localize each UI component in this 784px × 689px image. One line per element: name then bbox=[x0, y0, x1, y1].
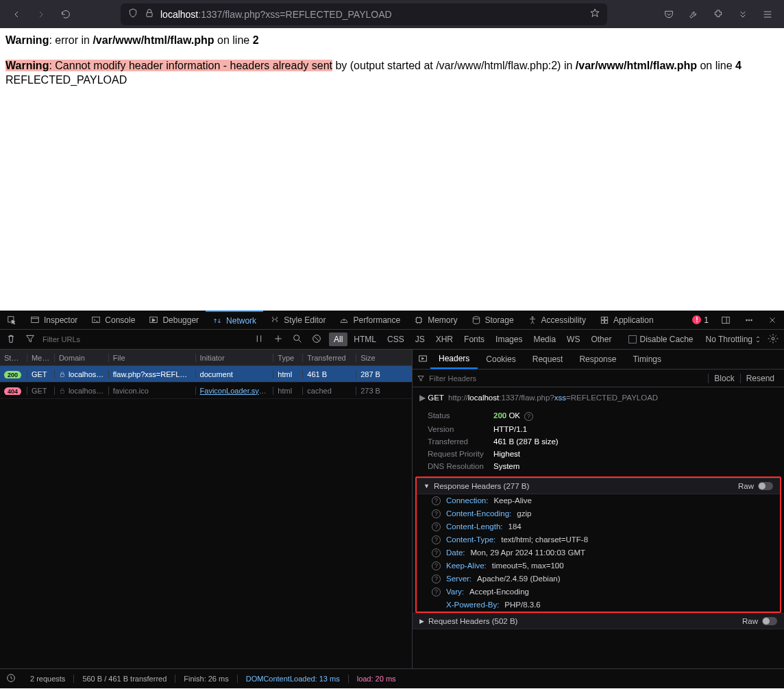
disable-cache-checkbox[interactable]: Disable Cache bbox=[628, 335, 693, 344]
table-header[interactable]: StatusMe… DomainFile InitiatorType Trans… bbox=[0, 350, 412, 366]
pocket-icon[interactable] bbox=[658, 3, 680, 25]
details-toggle-icon[interactable] bbox=[415, 353, 430, 366]
back-button[interactable] bbox=[5, 3, 27, 25]
filter-fonts[interactable]: Fonts bbox=[459, 333, 489, 346]
tab-style-editor[interactable]: Style Editor bbox=[263, 311, 332, 329]
load-time: load: 20 ms bbox=[349, 675, 404, 683]
response-header-row: ?Content-Type: text/html; charset=UTF-8 bbox=[417, 533, 780, 546]
svg-rect-19 bbox=[60, 374, 64, 376]
response-header-row: ?Content-Length: 184 bbox=[417, 520, 780, 533]
filter-headers-input[interactable] bbox=[429, 374, 708, 383]
filter-funnel-icon[interactable] bbox=[23, 333, 37, 346]
extensions-icon[interactable] bbox=[707, 3, 729, 25]
svg-rect-2 bbox=[32, 317, 39, 322]
add-button[interactable] bbox=[271, 333, 285, 346]
response-header-row: ?Content-Encoding: gzip bbox=[417, 507, 780, 520]
response-header-row: ?Vary: Accept-Encoding bbox=[417, 585, 780, 599]
filter-url-input[interactable] bbox=[42, 335, 137, 343]
filter-media[interactable]: Media bbox=[528, 333, 561, 346]
header-filter-row: BlockResend bbox=[413, 370, 784, 387]
devtools: Inspector Console Debugger Network Style… bbox=[0, 311, 784, 688]
request-headers-section[interactable]: ▶Request Headers (502 B) Raw bbox=[413, 613, 784, 629]
tab-inspector[interactable]: Inspector bbox=[23, 311, 84, 329]
block-button[interactable]: Block bbox=[708, 374, 739, 383]
response-header-row: ?Server: Apache/2.4.59 (Debian) bbox=[417, 572, 780, 585]
svg-rect-3 bbox=[93, 317, 100, 322]
pick-element-button[interactable] bbox=[0, 311, 23, 329]
filter-all[interactable]: All bbox=[329, 333, 347, 346]
status-bar: 2 requests 560 B / 461 B transferred Fin… bbox=[0, 668, 784, 688]
details-tab-headers[interactable]: Headers bbox=[430, 350, 478, 369]
svg-rect-20 bbox=[60, 390, 64, 393]
svg-rect-0 bbox=[147, 12, 152, 16]
clear-button[interactable] bbox=[4, 333, 18, 346]
tab-debugger[interactable]: Debugger bbox=[142, 311, 206, 329]
transferred-size: 560 B / 461 B transferred bbox=[74, 675, 175, 683]
raw-toggle[interactable] bbox=[758, 482, 773, 490]
resend-button[interactable]: Resend bbox=[740, 374, 780, 383]
tracking-shield-icon[interactable] bbox=[127, 8, 138, 21]
url-bar[interactable]: localhost:1337/flaw.php?xss=REFLECTED_PA… bbox=[121, 3, 607, 25]
svg-point-7 bbox=[531, 316, 532, 317]
perf-icon[interactable] bbox=[0, 673, 22, 685]
svg-point-6 bbox=[473, 316, 479, 319]
filter-other[interactable]: Other bbox=[586, 333, 616, 346]
request-table: StatusMe… DomainFile InitiatorType Trans… bbox=[0, 350, 413, 668]
pause-button[interactable] bbox=[252, 333, 266, 346]
svg-rect-10 bbox=[601, 320, 604, 323]
browser-toolbar: localhost:1337/flaw.php?xss=REFLECTED_PA… bbox=[0, 0, 784, 28]
tab-application[interactable]: Application bbox=[593, 311, 661, 329]
devtools-more-icon[interactable] bbox=[737, 311, 761, 329]
table-row[interactable]: 200 GET localhos… flaw.php?xss=REFLECTE … bbox=[0, 366, 412, 383]
details-tab-request[interactable]: Request bbox=[524, 350, 572, 369]
url-text: localhost:1337/flaw.php?xss=REFLECTED_PA… bbox=[160, 9, 392, 20]
tab-console[interactable]: Console bbox=[84, 311, 142, 329]
tab-accessibility[interactable]: Accessibility bbox=[521, 311, 593, 329]
dock-side-button[interactable] bbox=[714, 311, 737, 329]
response-headers-section[interactable]: ▼Response Headers (277 B) Raw bbox=[417, 478, 780, 494]
network-toolbar: All HTML CSS JS XHR Fonts Images Media W… bbox=[0, 330, 784, 350]
devtools-close-button[interactable] bbox=[761, 311, 784, 329]
wrench-icon[interactable] bbox=[683, 3, 705, 25]
svg-point-13 bbox=[746, 319, 748, 321]
search-icon[interactable] bbox=[291, 333, 304, 346]
filter-ws[interactable]: WS bbox=[562, 333, 585, 346]
filter-css[interactable]: CSS bbox=[382, 333, 409, 346]
raw-toggle[interactable] bbox=[762, 617, 777, 625]
svg-point-15 bbox=[751, 319, 752, 321]
page-content: Warning: error in /var/www/html/flaw.php… bbox=[0, 28, 784, 311]
response-header-row: ?Date: Mon, 29 Apr 2024 11:00:03 GMT bbox=[417, 546, 780, 559]
domcontentloaded-time: DOMContentLoaded: 13 ms bbox=[238, 675, 349, 683]
reload-button[interactable] bbox=[55, 3, 77, 25]
lock-icon[interactable] bbox=[144, 8, 155, 21]
tab-storage[interactable]: Storage bbox=[465, 311, 521, 329]
filter-html[interactable]: HTML bbox=[349, 333, 381, 346]
svg-rect-5 bbox=[417, 317, 421, 322]
svg-rect-8 bbox=[601, 317, 604, 319]
response-headers-highlight: ▼Response Headers (277 B) Raw ?Connectio… bbox=[415, 476, 781, 613]
block-icon[interactable] bbox=[310, 333, 323, 346]
tab-memory[interactable]: Memory bbox=[407, 311, 464, 329]
error-count-badge[interactable]: !1 bbox=[687, 311, 714, 329]
settings-gear-icon[interactable] bbox=[766, 333, 780, 346]
response-header-row: ?X-Powered-By: PHP/8.3.6 bbox=[417, 599, 780, 612]
details-tab-timings[interactable]: Timings bbox=[624, 350, 670, 369]
response-header-row: ?Keep-Alive: timeout=5, max=100 bbox=[417, 559, 780, 572]
svg-point-18 bbox=[772, 337, 774, 340]
request-url: ▶ GET http://localhost:1337/flaw.php?xss… bbox=[413, 390, 784, 405]
bookmark-star-icon[interactable] bbox=[589, 8, 600, 21]
svg-rect-12 bbox=[722, 317, 730, 323]
throttling-select[interactable]: No Throttling bbox=[706, 335, 761, 344]
tab-performance[interactable]: Performance bbox=[332, 311, 407, 329]
details-tab-cookies[interactable]: Cookies bbox=[478, 350, 524, 369]
hamburger-menu-icon[interactable] bbox=[757, 3, 779, 25]
filter-images[interactable]: Images bbox=[491, 333, 527, 346]
filter-xhr[interactable]: XHR bbox=[431, 333, 458, 346]
filter-js[interactable]: JS bbox=[411, 333, 430, 346]
tab-network[interactable]: Network bbox=[206, 311, 263, 329]
forward-button[interactable] bbox=[30, 3, 52, 25]
table-row[interactable]: 404 GET localhos… favicon.ico FaviconLoa… bbox=[0, 383, 412, 399]
finish-time: Finish: 26 ms bbox=[175, 675, 237, 683]
details-tab-response[interactable]: Response bbox=[571, 350, 624, 369]
overflow-chevron-icon[interactable] bbox=[732, 3, 754, 25]
